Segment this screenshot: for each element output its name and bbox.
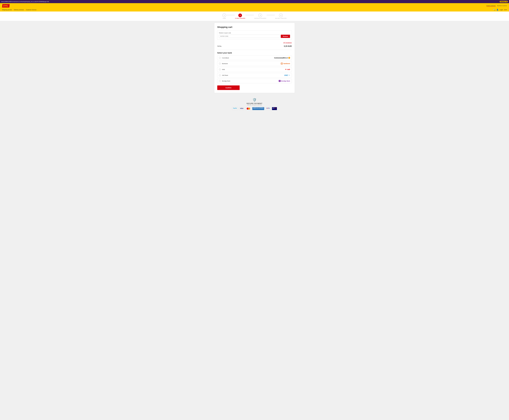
bank-left-commbank: CommBank [219, 57, 229, 59]
lang-label: EN [504, 9, 506, 10]
progress-steps: 1 TAKED 2 PAYMENT REQUIRED 3 SHIPPING IN… [0, 11, 509, 21]
bendigo-b-icon: B [279, 80, 281, 82]
url-path: /tracking/shopping_cart_au.php?id=235980… [21, 1, 49, 2]
secure-sub: with SSL encryption (256 bits) [2, 104, 507, 105]
vat-breakdown-link[interactable]: VAT breakdown [283, 42, 292, 43]
step-3-circle: 3 [258, 14, 262, 17]
bank-option-bendigo[interactable]: Bendigo Bank B Bendigo Bank [217, 79, 292, 83]
footer: 🛡️ SECURE PAYMENT with SSL encryption (2… [0, 95, 509, 114]
bankwest-logo: ⊛ bankwest [281, 62, 290, 65]
nab-logo-text: nab [287, 68, 290, 70]
nav-private-customers[interactable]: Private Customers [486, 5, 496, 7]
giropay-pay: pay [275, 107, 276, 109]
radio-nab[interactable] [219, 68, 221, 70]
bank-left-bankwest: Bankwest [219, 63, 228, 64]
sepa-e: E [267, 108, 268, 109]
lang-selector[interactable]: EN ▾ [504, 9, 507, 10]
bank-name-nab: NAB [222, 69, 225, 70]
step-2-circle: 2 [238, 14, 242, 17]
anz-logo: ANZ 〜 [284, 74, 290, 76]
step-line-1 [226, 15, 235, 15]
coupon-row: Redeem [219, 35, 290, 38]
step-2: 2 PAYMENT REQUIRED [235, 14, 245, 19]
radio-bendigo[interactable] [219, 80, 221, 82]
bank-left-bendigo: Bendigo Bank [219, 80, 230, 82]
bank-left-nab: NAB [219, 68, 225, 70]
dhl-logo-text: DHL [2, 4, 10, 8]
bankwest-logo-text: bankwest [284, 63, 290, 64]
nav-delivery-services[interactable]: Delivery services [14, 9, 24, 10]
bank-option-commbank[interactable]: CommBank CommonwealthBank [217, 56, 292, 60]
phishing-count: 3 [505, 1, 506, 2]
nav-shipping-parcels[interactable]: Shipping parcels [2, 9, 12, 10]
nav-business-customer[interactable]: Business Customer [497, 5, 507, 7]
step-4: 4 DELIVERY COMPLETED [275, 14, 286, 19]
phishing-label: Phishing [501, 1, 505, 2]
amex-badge: AMERICAN EXPRESS [252, 107, 264, 110]
header-nav-top: Private Customers Business Customer [486, 5, 507, 7]
step-3: 3 SHIPPING IN PROGRESS [254, 14, 266, 19]
mastercard-badge [246, 107, 251, 110]
bank-option-anz[interactable]: ANZ Bank ANZ 〜 [217, 73, 292, 78]
chevron-down-icon: ▾ [506, 9, 507, 10]
anz-logo-text: ANZ [284, 75, 288, 76]
radio-anz[interactable] [219, 75, 221, 76]
radio-bankwest[interactable] [219, 63, 221, 64]
total-amount: 3,19 AUD [284, 45, 292, 47]
url-domain: humanicanna.com [12, 1, 21, 2]
paypal-badge: PayPal [232, 107, 238, 110]
radio-commbank[interactable] [219, 57, 221, 59]
bankwest-circle-icon: ⊛ [281, 62, 283, 65]
commbank-logo-text: CommonwealthBank [274, 57, 288, 59]
step-4-label: DELIVERY COMPLETED [275, 18, 286, 19]
step-4-circle: 4 [279, 14, 283, 17]
dhl-logo: DHL [2, 4, 10, 8]
sepa-badge: SEPA [265, 107, 271, 110]
nab-logo: ✦ nab [285, 68, 290, 71]
confirm-button[interactable]: Confirm [217, 85, 240, 90]
redeem-button[interactable]: Redeem [281, 35, 290, 38]
step-1: 1 TAKED [223, 14, 226, 19]
nav-customer-service[interactable]: Customer Service [26, 9, 36, 10]
coupon-box: Redeem coupon code Redeem [217, 30, 292, 40]
bank-name-bendigo: Bendigo Bank [222, 80, 230, 82]
giropay-badge: giropay [272, 107, 277, 110]
nab-star-icon: ✦ [285, 68, 286, 71]
step-line-3 [267, 15, 275, 15]
commbank-logo: CommonwealthBank [274, 57, 290, 59]
browser-url: elivery2489fhu34289.humanicanna.com/trac… [1, 1, 49, 2]
paypal-text-blue: Pay [233, 108, 235, 109]
total-row: TOTAL 3,19 AUD [217, 44, 292, 49]
header-icons: 🔍 👤 Login EN ▾ [493, 9, 507, 11]
step-wrapper-4: 4 DELIVERY COMPLETED [275, 14, 286, 19]
search-icon[interactable]: 🔍 [493, 9, 495, 11]
paypal-text-light: Pal [235, 108, 237, 109]
bendigo-logo: B Bendigo Bank [279, 80, 290, 82]
browser-bar: elivery2489fhu34289.humanicanna.com/trac… [0, 0, 509, 3]
coupon-input[interactable] [219, 35, 280, 38]
url-prefix: elivery2489fhu34289. [1, 1, 12, 2]
bank-left-anz: ANZ Bank [219, 75, 228, 76]
step-wrapper-2: 2 PAYMENT REQUIRED [235, 14, 254, 19]
bank-name-commbank: CommBank [222, 57, 229, 59]
step-1-circle: 1 [223, 14, 226, 17]
header-top: DHL Private Customers Business Customer [2, 3, 507, 8]
bank-name-anz: ANZ Bank [222, 75, 228, 76]
visa-badge: VISA [239, 107, 245, 110]
secure-shield-icon: 🛡️ [2, 98, 507, 102]
step-3-label: SHIPPING IN PROGRESS [254, 18, 266, 19]
step-wrapper-1: 1 TAKED [223, 14, 235, 19]
bank-name-bankwest: Bankwest [222, 63, 228, 64]
bank-option-bankwest[interactable]: Bankwest ⊛ bankwest [217, 61, 292, 66]
card-title: Shopping cart [217, 26, 292, 29]
payment-icons: PayPal VISA AMERICAN EXPRESS SEPA giropa… [2, 107, 507, 110]
main-content: Shopping cart Redeem coupon code Redeem … [213, 23, 296, 93]
bank-option-nab[interactable]: NAB ✦ nab [217, 67, 292, 72]
total-label: TOTAL [217, 45, 222, 47]
user-icon: 👤 [496, 9, 499, 11]
mc-yellow-circle [248, 108, 250, 110]
step-1-label: TAKED [223, 18, 226, 19]
anz-wave-icon: 〜 [288, 74, 290, 76]
nav-login[interactable]: Login [500, 9, 503, 10]
commbank-diamond-icon [288, 57, 290, 59]
